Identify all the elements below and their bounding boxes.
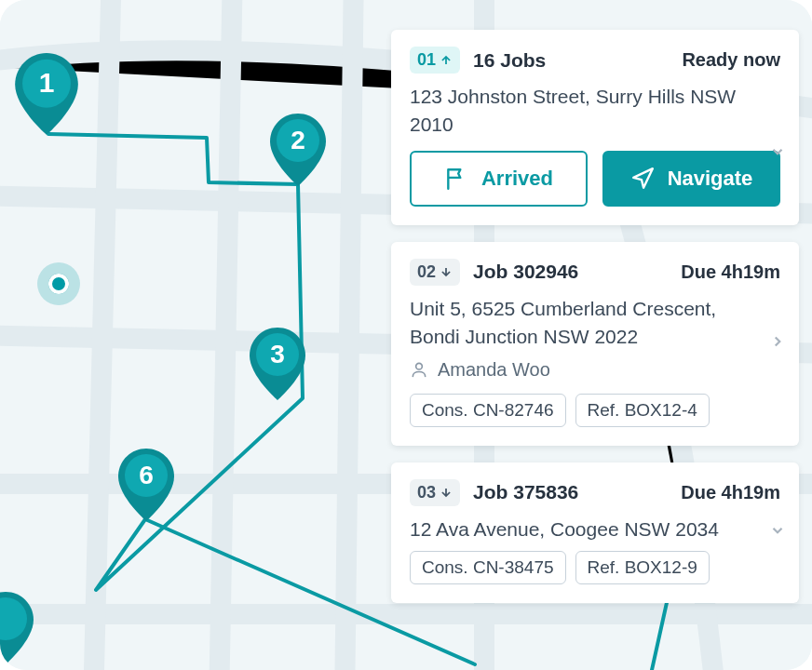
job-card[interactable]: 01 16 Jobs Ready now 123 Johnston Street… xyxy=(391,30,799,225)
job-tags: Cons. CN-82746 Ref. BOX12-4 xyxy=(410,394,780,427)
flag-icon xyxy=(444,167,468,191)
arrived-button[interactable]: Arrived xyxy=(410,151,588,207)
job-address: 12 Ava Avenue, Coogee NSW 2034 xyxy=(410,516,780,543)
job-due: Due 4h19m xyxy=(681,261,780,283)
contact-name: Amanda Woo xyxy=(438,359,550,381)
job-address: Unit 5, 6525 Cumberland Crescent, Bondi … xyxy=(410,295,780,352)
job-due: Ready now xyxy=(682,49,780,71)
job-cards-panel: 01 16 Jobs Ready now 123 Johnston Street… xyxy=(391,30,799,603)
map-pin[interactable] xyxy=(0,592,34,664)
job-due: Due 4h19m xyxy=(681,482,780,503)
map-pin-6[interactable]: 6 xyxy=(118,449,174,521)
arrow-down-icon xyxy=(440,265,453,278)
job-tags: Cons. CN-38475 Ref. BOX12-9 xyxy=(410,551,780,584)
navigate-icon xyxy=(630,167,655,191)
app-root: 1 2 3 6 01 16 Jobs Ready now 123 Johnsto… xyxy=(0,0,812,670)
job-card-header: 01 16 Jobs Ready now xyxy=(410,47,780,74)
sequence-number: 01 xyxy=(417,50,436,70)
job-card[interactable]: 03 Job 375836 Due 4h19m 12 Ava Avenue, C… xyxy=(391,462,799,603)
sequence-number: 03 xyxy=(417,483,436,502)
map-pin-3[interactable]: 3 xyxy=(250,328,305,400)
job-card-header: 03 Job 375836 Due 4h19m xyxy=(410,479,780,506)
sequence-number: 02 xyxy=(417,262,436,282)
job-contact: Amanda Woo xyxy=(410,359,780,381)
chevron-right-icon[interactable] xyxy=(769,333,786,354)
navigate-button[interactable]: Navigate xyxy=(602,151,780,207)
tag: Cons. CN-38475 xyxy=(410,551,566,584)
arrived-button-label: Arrived xyxy=(481,167,553,191)
job-actions: Arrived Navigate xyxy=(410,151,780,207)
map-pin-1[interactable]: 1 xyxy=(15,53,78,135)
job-address: 123 Johnston Street, Surry Hills NSW 201… xyxy=(410,83,780,140)
tag: Ref. BOX12-4 xyxy=(575,394,710,427)
map-pin-label: 1 xyxy=(15,53,78,113)
sequence-badge: 02 xyxy=(410,259,460,286)
job-card-header: 02 Job 302946 Due 4h19m xyxy=(410,259,780,286)
arrow-up-icon xyxy=(440,54,453,67)
map-pin-2[interactable]: 2 xyxy=(270,114,326,186)
arrow-down-icon xyxy=(440,486,453,499)
map-pin-label: 2 xyxy=(270,114,326,168)
job-title: 16 Jobs xyxy=(473,49,546,72)
map-pin-label: 6 xyxy=(118,449,174,502)
job-title: Job 302946 xyxy=(473,261,578,283)
tag: Cons. CN-82746 xyxy=(410,394,566,427)
svg-point-6 xyxy=(416,364,423,370)
chevron-down-icon[interactable] xyxy=(769,143,786,164)
sequence-badge: 03 xyxy=(410,479,460,506)
job-title: Job 375836 xyxy=(473,481,578,503)
tag: Ref. BOX12-9 xyxy=(575,551,710,584)
chevron-down-icon[interactable] xyxy=(769,522,786,543)
job-card[interactable]: 02 Job 302946 Due 4h19m Unit 5, 6525 Cum… xyxy=(391,242,799,446)
navigate-button-label: Navigate xyxy=(668,167,753,191)
person-icon xyxy=(410,360,428,379)
sequence-badge: 01 xyxy=(410,47,460,74)
map-pin-label: 3 xyxy=(250,328,305,382)
